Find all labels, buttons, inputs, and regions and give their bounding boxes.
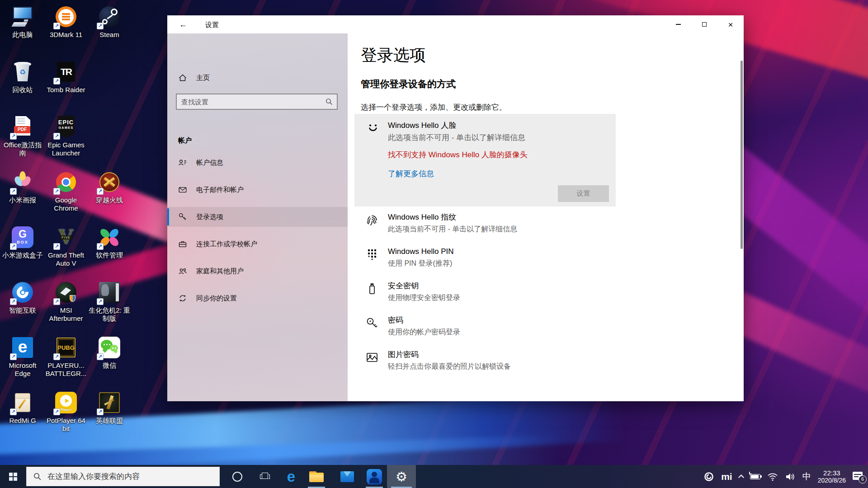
desktop-icon-mi-game-box[interactable]: GBOX↗ 小米游戏盒子 [1, 223, 44, 278]
desktop-icon-pubg[interactable]: PUBG↗ PLAYERU... BATTLEGR... [44, 333, 88, 389]
tray-chevron-up-icon[interactable] [739, 474, 743, 479]
sidebar-item-label: 帐户信息 [196, 159, 223, 167]
taskbar-edge-button[interactable]: e [278, 465, 304, 488]
desktop-icon-league-of-legends[interactable]: ↗ 英雄联盟 [88, 389, 131, 444]
shortcut-arrow-icon: ↗ [10, 188, 17, 195]
mail-icon [340, 471, 354, 482]
icon-label: RedMi G [1, 417, 44, 425]
settings-search-input[interactable] [177, 94, 325, 109]
taskbar-mail-button[interactable] [335, 465, 360, 488]
option-windows-hello-face[interactable]: Windows Hello 人脸 此选项当前不可用 - 单击以了解详细信息 找不… [354, 114, 616, 206]
desktop-icon-wechat[interactable]: ↗ 微信 [88, 333, 131, 389]
task-view-button[interactable] [252, 465, 278, 488]
desktop-icon-mi-gallery[interactable]: ↗ 小米画报 [1, 168, 44, 223]
clock[interactable]: 22:33 2020/8/26 [818, 469, 846, 484]
cortana-button[interactable] [224, 465, 250, 488]
learn-more-link[interactable]: 了解更多信息 [388, 169, 434, 179]
desktop-icon-tomb-raider[interactable]: TR↗ Tomb Raider [44, 58, 88, 113]
desktop-icon-software-manager[interactable]: ↗ 软件管理 [88, 223, 131, 278]
close-button[interactable]: × [717, 15, 744, 33]
start-button[interactable] [0, 465, 26, 488]
desktop-icon-office-pdf[interactable]: PDF↗ Office激活指南 [1, 113, 44, 168]
wifi-icon[interactable] [767, 472, 778, 482]
face-icon [366, 121, 380, 135]
pdf-icon: PDF↗ [10, 115, 35, 139]
page-title: 登录选项 [361, 44, 426, 66]
shortcut-arrow-icon: ↗ [53, 298, 60, 305]
shortcut-arrow-icon: ↗ [97, 188, 104, 195]
minimize-button[interactable] [665, 15, 691, 33]
desktop-icon-grid: 此电脑 ↗ 3DMark 11 ↗ Steam ♻ 回收站 TR↗ Tomb R… [1, 3, 131, 444]
ime-indicator[interactable]: 中 [802, 471, 811, 483]
taskbar-search-input[interactable] [47, 467, 219, 486]
search-icon [33, 472, 42, 481]
sidebar-item-email-accounts[interactable]: 电子邮件和帐户 [167, 180, 348, 200]
option-windows-hello-fingerprint[interactable]: Windows Hello 指纹 此选项当前不可用 - 单击以了解详细信息 [365, 212, 718, 240]
volume-icon[interactable] [785, 472, 796, 482]
icon-label: Tomb Raider [45, 86, 87, 94]
option-subtitle: 使用你的帐户密码登录 [388, 327, 460, 337]
taskbar-settings-button[interactable]: ⚙ [387, 465, 416, 488]
steam-icon: ↗ [97, 5, 122, 29]
desktop-icon-google-chrome[interactable]: ↗ Google Chrome [44, 168, 88, 223]
desktop-icon-epic-games[interactable]: EPICGAMES↗ Epic Games Launcher [44, 113, 88, 168]
desktop-icon-gta-v[interactable]: VFIVE↗ Grand Theft Auto V [44, 223, 88, 278]
desktop-icon-resident-evil-2[interactable]: ↗ 生化危机2: 重制版 [88, 278, 131, 333]
shortcut-arrow-icon: ↗ [53, 78, 60, 84]
window-scrollbar[interactable] [741, 61, 743, 249]
icon-label: Microsoft Edge [1, 361, 44, 378]
window-title: 设置 [205, 15, 219, 33]
browser-360-tray-icon[interactable] [703, 471, 714, 482]
option-title: 图片密码 [388, 350, 511, 360]
maximize-button[interactable] [691, 15, 717, 33]
option-subtitle: 使用物理安全密钥登录 [388, 293, 460, 303]
sidebar-item-sync-settings[interactable]: 同步你的设置 [167, 288, 348, 308]
epic-games-icon: EPICGAMES↗ [54, 115, 78, 139]
desktop-icon-crossfire[interactable]: ↗ 穿越火线 [88, 168, 131, 223]
mi-tray-icon[interactable]: mi [721, 471, 732, 482]
desktop-icon-smart-link[interactable]: ↗ 智能互联 [1, 278, 44, 333]
home-icon [178, 73, 187, 82]
taskbar: e ⚙ mi 中 22:33 2020/8/26 [0, 465, 868, 488]
shortcut-arrow-icon: ↗ [97, 298, 104, 305]
desktop-icon-recycle-bin[interactable]: ♻ 回收站 [1, 58, 44, 113]
shortcut-arrow-icon: ↗ [53, 408, 60, 415]
back-button[interactable]: ← [173, 15, 193, 33]
icon-label: 智能互联 [1, 306, 44, 314]
battery-icon[interactable] [750, 474, 760, 479]
icon-label: 此电脑 [1, 31, 44, 39]
key-icon [178, 212, 187, 221]
desktop-icon-steam[interactable]: ↗ Steam [88, 3, 131, 58]
setup-button[interactable]: 设置 [558, 185, 609, 202]
action-center-button[interactable]: 6 [853, 472, 864, 482]
desktop-icon-potplayer[interactable]: Player↗ PotPlayer 64 bit [44, 389, 88, 444]
desktop-icon-3dmark11[interactable]: ↗ 3DMark 11 [44, 3, 88, 58]
sidebar-item-signin-options[interactable]: 登录选项 [167, 207, 348, 227]
option-picture-password[interactable]: 图片密码 轻扫并点击你最喜爱的照片以解锁设备 [365, 350, 718, 378]
sidebar-item-work-school[interactable]: 连接工作或学校帐户 [167, 234, 348, 254]
edge-icon: e [287, 466, 295, 487]
window-titlebar: ← 设置 × [167, 15, 744, 33]
option-password[interactable]: 密码 使用你的帐户密码登录 [365, 315, 718, 343]
desktop-icon-msi-afterburner[interactable]: ↗ MSI Afterburner [44, 278, 88, 333]
sidebar-item-label: 电子邮件和帐户 [196, 186, 244, 194]
icon-label: 3DMark 11 [45, 31, 87, 39]
shortcut-arrow-icon: ↗ [10, 353, 17, 360]
option-title: Windows Hello PIN [388, 247, 454, 257]
desktop-icon-this-pc[interactable]: 此电脑 [1, 3, 44, 58]
settings-content: 登录选项 管理你登录设备的方式 选择一个登录选项，添加、更改或删除它。 Wind… [348, 33, 744, 401]
sidebar-item-family-users[interactable]: 家庭和其他用户 [167, 261, 348, 281]
shortcut-arrow-icon: ↗ [97, 353, 104, 360]
option-security-key[interactable]: 安全密钥 使用物理安全密钥登录 [365, 281, 718, 309]
shortcut-arrow-icon: ↗ [53, 23, 60, 29]
taskbar-account-lock-app-button[interactable] [362, 465, 387, 488]
search-icon[interactable] [325, 98, 333, 106]
picture-password-icon [365, 351, 379, 364]
icon-label: 软件管理 [88, 251, 131, 259]
taskbar-file-explorer-button[interactable] [304, 465, 329, 488]
sidebar-item-account-info[interactable]: 帐户信息 [167, 153, 348, 173]
desktop-icon-redmi-g[interactable]: ↗ RedMi G [1, 389, 44, 444]
sidebar-item-home[interactable]: 主页 [167, 68, 348, 88]
option-windows-hello-pin[interactable]: Windows Hello PIN 使用 PIN 登录(推荐) [365, 247, 718, 275]
desktop-icon-microsoft-edge[interactable]: e↗ Microsoft Edge [1, 333, 44, 389]
